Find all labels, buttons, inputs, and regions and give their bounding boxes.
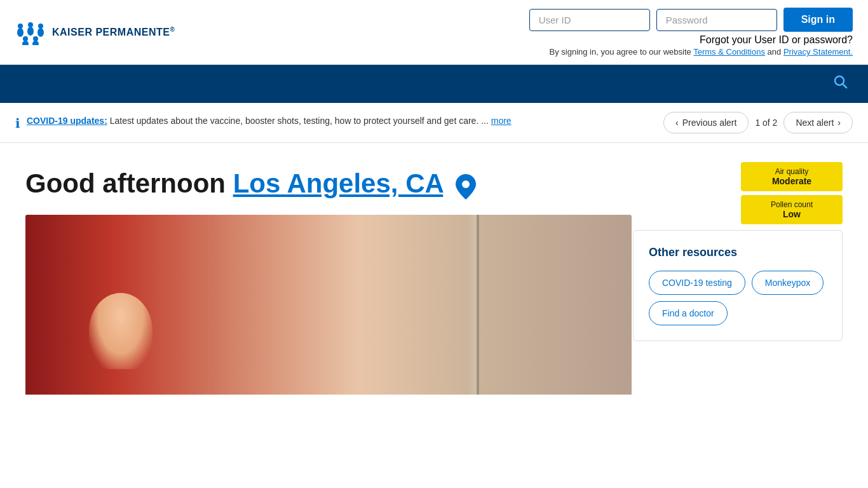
chevron-left-icon: ‹ bbox=[675, 118, 679, 128]
terms-line: By signing in, you agree to our website … bbox=[550, 47, 853, 57]
other-resources-panel: Other resources COVID-19 testing Monkeyp… bbox=[633, 230, 843, 341]
covid-updates-link[interactable]: COVID-19 updates: bbox=[27, 116, 107, 126]
alert-bar: ℹ COVID-19 updates: Latest updates about… bbox=[0, 103, 868, 143]
location-pin-icon bbox=[454, 172, 477, 198]
alert-counter: 1 of 2 bbox=[755, 118, 777, 128]
svg-point-9 bbox=[32, 41, 39, 45]
kaiser-logo-icon bbox=[15, 20, 46, 45]
svg-line-11 bbox=[843, 85, 847, 88]
air-quality-badge: Air quality Moderate bbox=[741, 162, 843, 191]
header-links: Forgot your User ID or password? By sign… bbox=[550, 34, 853, 57]
svg-point-2 bbox=[28, 22, 33, 27]
chevron-right-icon: › bbox=[837, 118, 841, 128]
forgot-link[interactable]: Forgot your User ID or password? bbox=[550, 34, 853, 46]
svg-point-7 bbox=[22, 41, 29, 45]
hero-image-inner bbox=[25, 215, 632, 395]
more-link[interactable]: more bbox=[491, 116, 512, 126]
terms-link[interactable]: Terms & Conditions bbox=[693, 47, 765, 57]
svg-point-6 bbox=[23, 36, 28, 41]
main-content: Air quality Moderate Pollen count Low Fo… bbox=[0, 143, 868, 395]
alert-left: ℹ COVID-19 updates: Latest updates about… bbox=[15, 114, 663, 131]
location-link[interactable]: Los Angeles, CA bbox=[233, 168, 444, 198]
svg-point-1 bbox=[17, 28, 24, 37]
navbar bbox=[0, 65, 868, 103]
privacy-link[interactable]: Privacy Statement. bbox=[783, 47, 853, 57]
svg-point-4 bbox=[38, 24, 43, 29]
person-head bbox=[89, 293, 153, 369]
other-resources-title: Other resources bbox=[649, 246, 827, 259]
resource-buttons: COVID-19 testing Monkeypox Find a doctor bbox=[649, 271, 827, 325]
svg-point-8 bbox=[33, 36, 38, 41]
search-icon[interactable] bbox=[834, 75, 848, 93]
password-input[interactable] bbox=[656, 9, 777, 31]
covid-testing-button[interactable]: COVID-19 testing bbox=[649, 271, 745, 295]
door-frame bbox=[466, 215, 479, 395]
previous-alert-button[interactable]: ‹ Previous alert bbox=[663, 112, 749, 133]
alert-navigation: ‹ Previous alert 1 of 2 Next alert › bbox=[663, 112, 853, 133]
svg-point-5 bbox=[37, 28, 44, 37]
logo-area: KAISER PERMANENTE® bbox=[15, 20, 175, 45]
userid-input[interactable] bbox=[529, 9, 650, 31]
next-alert-button[interactable]: Next alert › bbox=[783, 112, 853, 133]
find-doctor-button[interactable]: Find a doctor bbox=[649, 301, 728, 325]
hero-image bbox=[25, 215, 632, 395]
hero-area: Other resources COVID-19 testing Monkeyp… bbox=[25, 215, 843, 395]
alert-text: COVID-19 updates: Latest updates about t… bbox=[27, 114, 512, 128]
header: KAISER PERMANENTE® Sign in Forgot your U… bbox=[0, 0, 868, 65]
info-icon: ℹ bbox=[15, 116, 20, 131]
svg-point-3 bbox=[27, 27, 34, 36]
header-inputs: Sign in bbox=[529, 8, 853, 32]
logo-text: KAISER PERMANENTE® bbox=[52, 26, 175, 39]
svg-point-0 bbox=[18, 24, 23, 29]
svg-point-12 bbox=[462, 180, 470, 188]
monkeypox-button[interactable]: Monkeypox bbox=[752, 271, 824, 295]
header-right: Sign in Forgot your User ID or password?… bbox=[529, 8, 853, 57]
signin-button[interactable]: Sign in bbox=[783, 8, 853, 32]
